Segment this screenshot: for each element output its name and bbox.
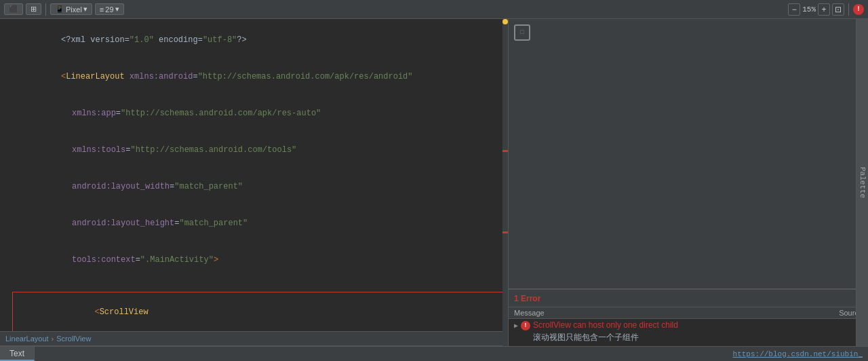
zoom-fit-button[interactable]: ⊡: [832, 3, 844, 16]
line-xmlns-tools: xmlns:tools="http://schemas.android.com/…: [0, 132, 508, 168]
chevron-down-icon: ▾: [115, 5, 119, 14]
line-context: tools:context=".MainActivity">: [0, 242, 508, 278]
line-content-app: xmlns:app="http://schemas.android.com/ap…: [12, 95, 505, 132]
scroll-indicator-yellow: [502, 19, 508, 24]
toolbar: ⬛ ⊞ 📱 Pixel ▾ ≡ 29 ▾ − 15% + ⊡ !: [0, 0, 868, 19]
line-content-sv-open: <ScrollView: [25, 294, 503, 330]
error-columns: Message Source: [509, 307, 868, 319]
error-count-badge[interactable]: !: [853, 4, 864, 15]
line-content-decl: <?xml version="1.0" encoding="utf-8"?>: [12, 22, 505, 58]
error-icon: !: [521, 321, 530, 330]
error-header: 1 Error ✕: [509, 290, 868, 307]
scroll-indicator-1: [502, 150, 508, 152]
component-tree-button[interactable]: ⊞: [26, 3, 41, 15]
error-row: ▶ ! ScrollView can host only one direct …: [509, 319, 868, 332]
line-content-sv-w: android:layout_width="match_parent": [25, 330, 503, 331]
line-content-ll: <LinearLayout xmlns:android="http://sche…: [12, 58, 505, 95]
tab-rest: [35, 347, 728, 361]
breadcrumb-separator: ›: [52, 335, 54, 343]
error-panel: 1 Error ✕ Message Source ▶ ! ScrollView …: [509, 289, 868, 346]
xml-editor: <?xml version="1.0" encoding="utf-8"?> <…: [0, 19, 509, 346]
line-width: android:layout_width="match_parent": [0, 168, 508, 205]
tab-text[interactable]: Text: [0, 347, 35, 361]
line-linearlayout-open: <LinearLayout xmlns:android="http://sche…: [0, 58, 508, 95]
error-expand-icon[interactable]: ▶: [514, 322, 518, 330]
zoom-in-button[interactable]: +: [818, 3, 830, 16]
api-button[interactable]: ≡ 29 ▾: [95, 3, 124, 15]
line-empty: [0, 278, 508, 290]
line-sv-width: android:layout_width="match_parent": [13, 330, 506, 331]
separator2: [848, 3, 849, 16]
phone-icon: 📱: [55, 5, 64, 14]
scrollview-outer-block: <ScrollView android:layout_width="match_…: [12, 292, 507, 331]
breadcrumb: LinearLayout › ScrollView: [0, 331, 508, 346]
breadcrumb-item2[interactable]: ScrollView: [56, 335, 91, 343]
device-label: Pixel: [66, 5, 82, 14]
line-xml-decl: <?xml version="1.0" encoding="utf-8"?>: [0, 22, 508, 58]
breadcrumb-item1[interactable]: LinearLayout: [5, 335, 49, 343]
preview-area: □: [509, 19, 856, 289]
error-col-source: Source: [808, 309, 863, 317]
line-content-width: android:layout_width="match_parent": [12, 168, 505, 205]
line-content-height: android:layout_height="match_parent": [12, 205, 505, 242]
error-col-message: Message: [514, 309, 808, 317]
line-content-context: tools:context=".MainActivity">: [12, 242, 505, 278]
palette-tab[interactable]: Palette: [856, 19, 868, 346]
line-scrollview-open: <ScrollView: [13, 294, 506, 330]
editor-content[interactable]: <?xml version="1.0" encoding="utf-8"?> <…: [0, 19, 508, 331]
zoom-control: − 15% + ⊡: [788, 3, 844, 16]
tab-text-label: Text: [9, 349, 24, 358]
zoom-level: 15%: [802, 5, 816, 14]
xml-scroll-indicators: [502, 19, 508, 346]
palette-icon: ⬛: [9, 5, 18, 14]
bottom-link[interactable]: https://blog.csdn.net/siubin_: [728, 347, 868, 361]
palette-label: Palette: [859, 167, 867, 198]
main-area: <?xml version="1.0" encoding="utf-8"?> <…: [0, 19, 868, 346]
line-xmlns-app: xmlns:app="http://schemas.android.com/ap…: [0, 95, 508, 132]
device-button[interactable]: 📱 Pixel ▾: [50, 3, 92, 15]
bottom-link-text: https://blog.csdn.net/siubin_: [733, 350, 863, 358]
phone-preview-icon: □: [514, 24, 530, 41]
palette-button[interactable]: ⬛: [4, 3, 23, 15]
error-message-text: ScrollView can host only one direct chil…: [533, 320, 678, 330]
zoom-out-button[interactable]: −: [788, 3, 800, 16]
xml-decl-text: <?xml version="1.0" encoding="utf-8"?>: [61, 35, 247, 45]
chevron-down-icon: ▾: [83, 5, 87, 14]
error-sub-text: 滚动视图只能包含一个子组件: [509, 332, 868, 346]
right-panel: □ 1 Error ✕ Message Source ▶ ! ScrollVie…: [509, 19, 868, 346]
tab-bar: Text https://blog.csdn.net/siubin_: [0, 346, 868, 361]
scroll-indicator-2: [502, 231, 508, 233]
separator1: [45, 3, 46, 16]
line-content-tools: xmlns:tools="http://schemas.android.com/…: [12, 132, 505, 168]
tree-icon: ⊞: [31, 5, 37, 14]
line-height: android:layout_height="match_parent": [0, 205, 508, 242]
error-title: 1 Error: [514, 294, 540, 303]
api-icon: ≡: [100, 5, 104, 14]
api-label: 29: [105, 5, 113, 14]
